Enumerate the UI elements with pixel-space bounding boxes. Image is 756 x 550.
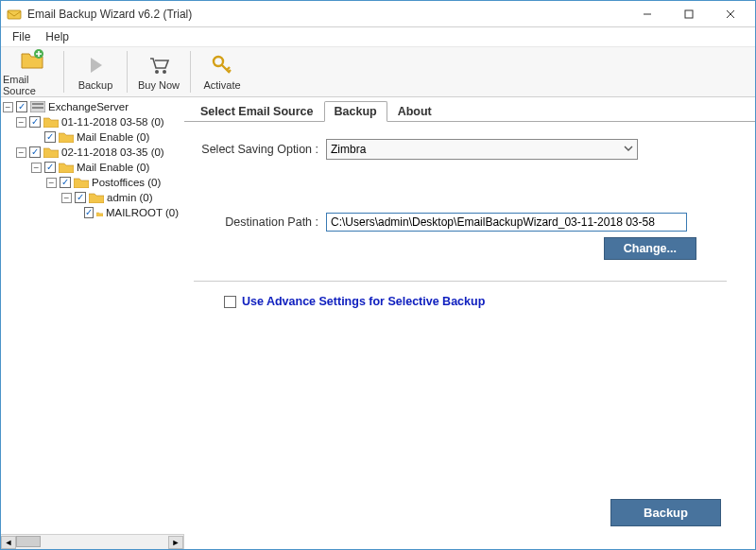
separator <box>63 51 64 93</box>
maximize-button[interactable] <box>668 2 710 26</box>
tree-label: MAILROOT (0) <box>106 207 179 218</box>
svg-rect-0 <box>8 10 21 19</box>
tree-node[interactable]: ✓ Mail Enable (0) <box>1 129 184 145</box>
tree-label: 01-11-2018 03-58 (0) <box>61 116 164 128</box>
scroll-right-icon[interactable]: ► <box>168 536 183 549</box>
close-button[interactable] <box>710 2 751 26</box>
menu-file[interactable]: File <box>7 28 36 45</box>
tree-node[interactable]: − ✓ Mail Enable (0) <box>1 160 184 175</box>
tab-select-email-source[interactable]: Select Email Source <box>190 101 324 121</box>
toolbar-label: Buy Now <box>138 79 180 91</box>
tab-about[interactable]: About <box>387 101 442 121</box>
destination-value: C:\Users\admin\Desktop\EmailBackupWizard… <box>331 215 655 229</box>
backup-button[interactable]: Backup <box>610 499 721 526</box>
toolbar-label: Email Source <box>3 74 61 96</box>
horizontal-scrollbar[interactable]: ◄ ► <box>1 534 183 549</box>
toolbar-label: Activate <box>203 79 240 91</box>
separator <box>127 51 128 93</box>
checkbox[interactable]: ✓ <box>75 192 86 203</box>
backup-panel: Select Saving Option : Zimbra Destinatio… <box>184 122 755 549</box>
folder-icon <box>89 192 104 203</box>
svg-marker-6 <box>91 58 102 73</box>
collapse-icon[interactable]: − <box>16 147 26 158</box>
menu-help[interactable]: Help <box>40 28 75 45</box>
folder-icon <box>96 207 103 218</box>
folder-tree[interactable]: − ✓ ExchangeServer − ✓ 01-11-2018 03-58 … <box>1 97 184 534</box>
tab-backup[interactable]: Backup <box>324 101 387 122</box>
saving-option-row: Select Saving Option : Zimbra <box>194 139 727 160</box>
play-icon <box>83 53 108 77</box>
chevron-down-icon <box>624 143 633 156</box>
app-icon <box>7 7 22 22</box>
change-button[interactable]: Change... <box>604 237 696 260</box>
cart-icon <box>146 53 171 77</box>
divider <box>194 281 727 282</box>
email-source-button[interactable]: Email Source <box>3 47 61 96</box>
select-value: Zimbra <box>331 143 366 156</box>
folder-icon <box>59 131 74 143</box>
content-pane: Select Email Source Backup About Select … <box>184 97 755 549</box>
folder-icon <box>43 146 59 158</box>
scroll-left-icon[interactable]: ◄ <box>1 536 16 549</box>
body: − ✓ ExchangeServer − ✓ 01-11-2018 03-58 … <box>1 97 755 549</box>
advance-settings-row: Use Advance Settings for Selective Backu… <box>194 295 727 308</box>
backup-tool-button[interactable]: Backup <box>66 47 125 96</box>
title-bar: Email Backup Wizard v6.2 (Trial) <box>1 1 755 27</box>
tree-node[interactable]: ✓ MAILROOT (0) <box>1 205 184 220</box>
destination-row: Destination Path : C:\Users\admin\Deskto… <box>194 213 727 232</box>
window-controls <box>627 2 751 26</box>
destination-label: Destination Path : <box>194 215 326 229</box>
toolbar-label: Backup <box>78 79 113 91</box>
checkbox[interactable]: ✓ <box>29 116 41 128</box>
collapse-icon[interactable]: − <box>16 117 26 128</box>
folder-icon <box>59 162 74 173</box>
tree-node[interactable]: − ✓ 02-11-2018 03-35 (0) <box>1 145 184 160</box>
tab-bar: Select Email Source Backup About <box>184 99 755 122</box>
server-icon <box>30 101 45 112</box>
advance-settings-label[interactable]: Use Advance Settings for Selective Backu… <box>242 295 485 308</box>
separator <box>190 51 191 93</box>
checkbox[interactable]: ✓ <box>84 207 94 218</box>
checkbox[interactable]: ✓ <box>44 162 56 173</box>
tree-node[interactable]: − ✓ admin (0) <box>1 190 184 205</box>
checkbox[interactable]: ✓ <box>16 101 27 112</box>
checkbox[interactable]: ✓ <box>44 131 56 143</box>
tree-label: ExchangeServer <box>48 101 129 112</box>
saving-option-select[interactable]: Zimbra <box>326 139 638 160</box>
tree-root[interactable]: − ✓ ExchangeServer <box>1 99 184 114</box>
folder-icon <box>43 116 59 128</box>
collapse-icon[interactable]: − <box>61 193 72 203</box>
tree-label: Mail Enable (0) <box>77 162 149 173</box>
advance-settings-checkbox[interactable] <box>224 296 236 308</box>
saving-option-label: Select Saving Option : <box>194 143 326 156</box>
destination-input[interactable]: C:\Users\admin\Desktop\EmailBackupWizard… <box>326 213 687 232</box>
scroll-track[interactable] <box>16 536 168 549</box>
collapse-icon[interactable]: − <box>3 102 13 112</box>
folder-icon <box>74 177 89 188</box>
tree-label: admin (0) <box>107 192 153 203</box>
checkbox[interactable]: ✓ <box>29 146 41 158</box>
checkbox[interactable]: ✓ <box>60 177 71 188</box>
toolbar: Email Source Backup Buy Now Activate <box>1 46 755 97</box>
tree-label: Postoffices (0) <box>92 177 161 188</box>
key-icon <box>210 53 234 77</box>
scroll-thumb[interactable] <box>16 536 41 547</box>
tree-label: 02-11-2018 03-35 (0) <box>61 146 164 158</box>
window-title: Email Backup Wizard v6.2 (Trial) <box>27 8 627 21</box>
tree-node[interactable]: − ✓ Postoffices (0) <box>1 175 184 190</box>
minimize-button[interactable] <box>627 2 668 26</box>
activate-button[interactable]: Activate <box>193 47 251 96</box>
buy-now-button[interactable]: Buy Now <box>129 47 188 96</box>
app-window: Email Backup Wizard v6.2 (Trial) File He… <box>0 0 756 550</box>
change-row: Change... <box>194 237 696 260</box>
tree-label: Mail Enable (0) <box>77 131 149 143</box>
svg-point-8 <box>163 70 166 74</box>
folder-plus-icon <box>20 47 44 72</box>
collapse-icon[interactable]: − <box>31 163 42 173</box>
svg-point-7 <box>155 70 159 74</box>
svg-rect-2 <box>685 10 693 18</box>
collapse-icon[interactable]: − <box>46 178 57 188</box>
tree-node[interactable]: − ✓ 01-11-2018 03-58 (0) <box>1 114 184 129</box>
menu-bar: File Help <box>1 27 755 46</box>
svg-rect-12 <box>32 107 43 109</box>
